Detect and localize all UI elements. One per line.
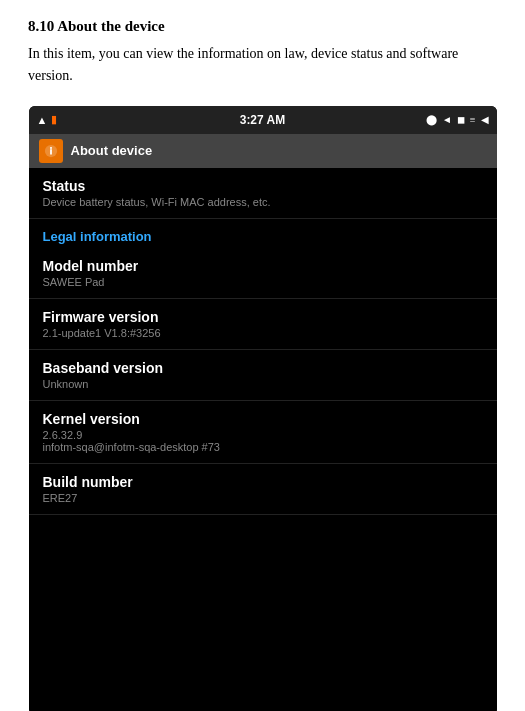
status-bar-right: ⬤ ◄ ◼ ≡ ◀ <box>426 114 489 125</box>
title-bar: About device <box>29 134 497 168</box>
status-bar-time: 3:27 AM <box>240 113 286 127</box>
intro-text: In this item, you can view the informati… <box>28 43 497 88</box>
kernel-version-value: 2.6.32.9 infotm-sqa@infotm-sqa-desktop #… <box>43 429 483 453</box>
settings-list: Status Device battery status, Wi-Fi MAC … <box>29 168 497 515</box>
model-number-title: Model number <box>43 258 483 274</box>
firmware-version-title: Firmware version <box>43 309 483 325</box>
build-number-value: ERE27 <box>43 492 483 504</box>
baseband-version-item[interactable]: Baseband version Unknown <box>29 350 497 401</box>
page-wrapper: 8.10 About the device In this item, you … <box>0 0 525 711</box>
build-number-item[interactable]: Build number ERE27 <box>29 464 497 515</box>
camera-icon: ⬤ <box>426 114 437 125</box>
empty-space <box>29 515 497 711</box>
about-device-icon <box>39 139 63 163</box>
kernel-version-title: Kernel version <box>43 411 483 427</box>
model-number-value: SAWEE Pad <box>43 276 483 288</box>
legal-section-label: Legal information <box>43 229 483 244</box>
status-item-subtitle: Device battery status, Wi-Fi MAC address… <box>43 196 483 208</box>
signal-icon: ▲ <box>37 114 48 126</box>
svg-rect-1 <box>50 149 52 154</box>
svg-rect-2 <box>50 147 52 149</box>
title-bar-label: About device <box>71 143 153 158</box>
firmware-version-value: 2.1-update1 V1.8:#3256 <box>43 327 483 339</box>
volume-icon: ◄ <box>442 114 452 125</box>
section-title: 8.10 About the device <box>28 18 497 35</box>
status-item[interactable]: Status Device battery status, Wi-Fi MAC … <box>29 168 497 219</box>
status-bar-left: ▲ ▮ <box>37 113 58 126</box>
menu-icon: ≡ <box>470 114 476 125</box>
speaker-icon: ◼ <box>457 114 465 125</box>
baseband-version-value: Unknown <box>43 378 483 390</box>
legal-section-header: Legal information <box>29 219 497 248</box>
kernel-version-item[interactable]: Kernel version 2.6.32.9 infotm-sqa@infot… <box>29 401 497 464</box>
model-number-item[interactable]: Model number SAWEE Pad <box>29 248 497 299</box>
build-number-title: Build number <box>43 474 483 490</box>
status-bar: ▲ ▮ 3:27 AM ⬤ ◄ ◼ ≡ ◀ <box>29 106 497 134</box>
battery-icon: ▮ <box>51 113 57 126</box>
back-icon: ◀ <box>481 114 489 125</box>
info-svg-icon <box>44 144 58 158</box>
firmware-version-item[interactable]: Firmware version 2.1-update1 V1.8:#3256 <box>29 299 497 350</box>
phone-frame: ▲ ▮ 3:27 AM ⬤ ◄ ◼ ≡ ◀ About device <box>29 106 497 711</box>
baseband-version-title: Baseband version <box>43 360 483 376</box>
status-item-title: Status <box>43 178 483 194</box>
